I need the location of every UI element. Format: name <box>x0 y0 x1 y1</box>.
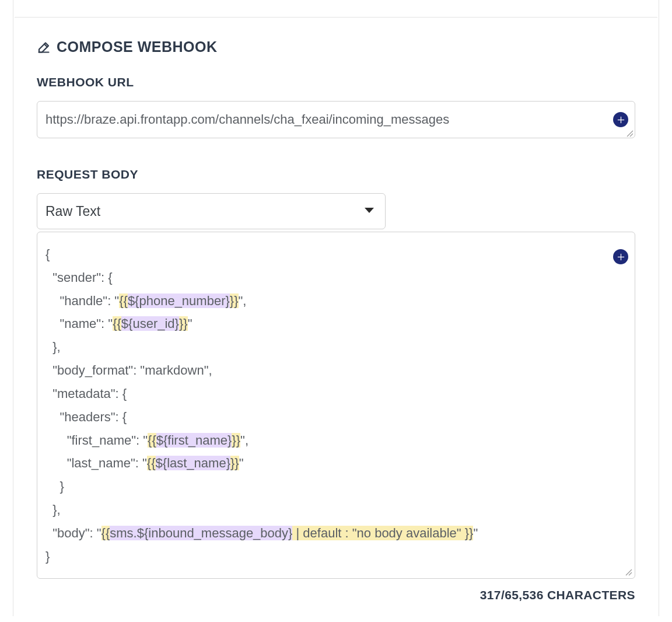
code-segment: { <box>46 247 50 261</box>
resize-handle-icon[interactable] <box>625 568 634 578</box>
code-segment: "body_format": "markdown", <box>46 363 212 378</box>
svg-line-4 <box>629 572 632 575</box>
code-segment: }} <box>179 316 188 331</box>
code-segment: ${user_id} <box>121 316 179 331</box>
code-segment: {{ <box>113 316 121 331</box>
code-segment: sms.${inbound_message_body} <box>110 526 292 540</box>
code-segment: " <box>239 456 244 470</box>
code-segment: } <box>46 549 50 564</box>
code-segment: } <box>46 479 64 494</box>
resize-handle-icon[interactable] <box>626 130 635 139</box>
code-segment: }, <box>46 340 61 354</box>
request-body-editor[interactable]: { "sender": { "handle": "{{${phone_numbe… <box>37 232 635 579</box>
code-segment: {{ <box>102 526 110 540</box>
code-segment: }} <box>230 293 239 308</box>
panel-divider <box>15 0 657 18</box>
code-segment: ", <box>240 433 249 448</box>
add-personalization-body-button[interactable] <box>613 249 628 264</box>
code-segment: | default : "no body available" }} <box>292 526 473 540</box>
request-body-label: REQUEST BODY <box>37 167 635 181</box>
request-body-mode-select[interactable]: Raw Text <box>37 193 386 229</box>
code-segment: " <box>188 316 192 331</box>
code-segment: ${phone_number} <box>128 293 230 308</box>
code-segment: {{ <box>148 433 156 448</box>
code-segment: ${first_name} <box>156 433 232 448</box>
code-segment: ${last_name} <box>156 456 230 470</box>
webhook-url-input[interactable] <box>37 101 635 138</box>
code-segment: "metadata": { <box>46 386 127 401</box>
request-body-mode-value: Raw Text <box>46 204 100 219</box>
code-segment: {{ <box>119 293 128 308</box>
code-segment: }} <box>232 433 240 448</box>
edit-icon <box>37 40 51 54</box>
compose-webhook-heading: COMPOSE WEBHOOK <box>37 39 635 55</box>
code-segment: "headers": { <box>46 410 127 424</box>
svg-line-1 <box>630 134 633 137</box>
code-segment: }, <box>46 502 61 517</box>
svg-line-0 <box>627 131 633 137</box>
code-segment: "handle": " <box>46 293 119 308</box>
code-segment: "first_name": " <box>46 433 148 448</box>
code-segment: "sender": { <box>46 270 113 285</box>
code-segment: ", <box>239 293 247 308</box>
code-segment: "last_name": " <box>46 456 147 470</box>
code-segment: "name": " <box>46 316 113 331</box>
code-segment: {{ <box>147 456 156 470</box>
svg-line-3 <box>626 569 632 575</box>
compose-webhook-title: COMPOSE WEBHOOK <box>57 39 218 55</box>
code-segment: " <box>473 526 478 540</box>
add-personalization-button[interactable] <box>613 112 628 127</box>
code-segment: }} <box>230 456 239 470</box>
character-counter: 317/65,536 CHARACTERS <box>37 588 635 602</box>
webhook-url-label: WEBHOOK URL <box>37 75 635 89</box>
code-segment: "body": " <box>46 526 102 540</box>
